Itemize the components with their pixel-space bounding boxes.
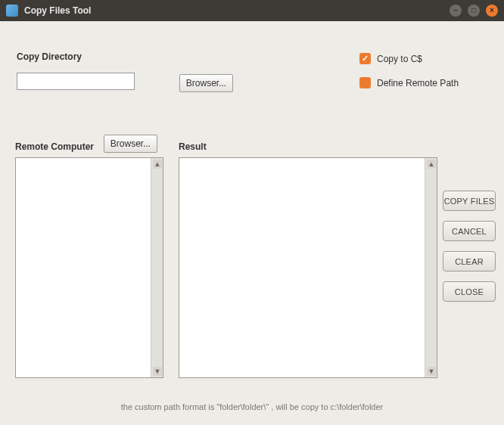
- button-label: Browser...: [110, 138, 151, 149]
- option-label: Define Remote Path: [377, 78, 459, 88]
- copy-files-button[interactable]: COPY FILES: [443, 191, 496, 211]
- copy-to-cs-option[interactable]: ✓ Copy to C$: [359, 53, 422, 64]
- result-label: Result: [179, 141, 207, 152]
- square-icon: □: [471, 7, 476, 14]
- button-label: Browser...: [186, 78, 226, 88]
- remote-computer-label: Remote Computer: [15, 141, 94, 152]
- copy-directory-browse-button[interactable]: Browser...: [179, 74, 233, 92]
- option-label: Copy to C$: [377, 54, 422, 64]
- remote-computer-browse-button[interactable]: Browser...: [104, 135, 157, 153]
- scrollbar[interactable]: ▲ ▼: [425, 158, 437, 377]
- cancel-button[interactable]: CANCEL: [443, 221, 496, 241]
- titlebar: Copy Files Tool – □ ×: [0, 0, 504, 21]
- scroll-down-icon[interactable]: ▼: [427, 367, 436, 376]
- app-icon: [6, 5, 18, 17]
- button-label: CANCEL: [452, 227, 487, 236]
- clear-button[interactable]: CLEAR: [443, 251, 496, 271]
- app-window: Copy Files Tool – □ × Copy Directory Bro…: [0, 0, 504, 425]
- scroll-up-icon[interactable]: ▲: [427, 160, 436, 169]
- close-window-button[interactable]: ×: [486, 5, 498, 17]
- scroll-down-icon[interactable]: ▼: [153, 367, 162, 376]
- define-remote-path-option[interactable]: ✓ Define Remote Path: [359, 77, 459, 88]
- scrollbar[interactable]: ▲ ▼: [151, 158, 163, 377]
- copy-directory-label: Copy Directory: [17, 51, 82, 62]
- button-label: CLOSE: [455, 287, 484, 296]
- copy-directory-input[interactable]: [17, 73, 135, 90]
- scroll-up-icon[interactable]: ▲: [153, 160, 162, 169]
- window-title: Copy Files Tool: [24, 5, 443, 16]
- button-label: COPY FILES: [444, 197, 495, 206]
- result-list[interactable]: ▲ ▼: [179, 157, 437, 378]
- minus-icon: –: [453, 7, 458, 14]
- close-icon: ×: [490, 7, 494, 14]
- button-label: CLEAR: [455, 257, 484, 266]
- minimize-button[interactable]: –: [450, 5, 462, 17]
- maximize-button[interactable]: □: [468, 5, 480, 17]
- remote-computer-list[interactable]: ▲ ▼: [15, 157, 163, 378]
- close-button[interactable]: CLOSE: [443, 281, 496, 302]
- window-body: Copy Directory Browser... Remote Compute…: [0, 21, 504, 425]
- footer-hint: the custom path format is "folder\folder…: [0, 402, 504, 411]
- checkbox-icon: ✓: [359, 77, 371, 88]
- checkbox-icon: ✓: [359, 53, 371, 64]
